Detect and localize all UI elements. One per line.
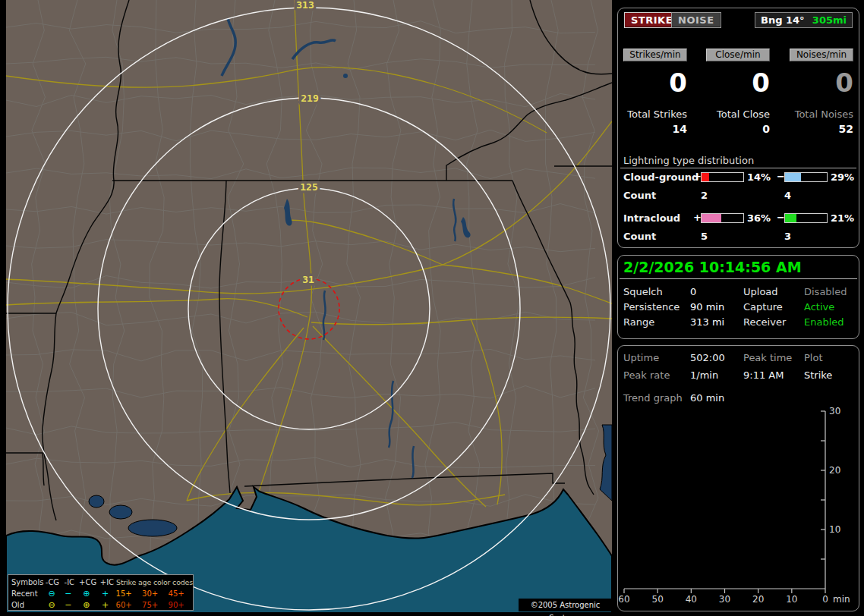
ic-negative-pct: 21% (831, 212, 854, 224)
trend-tick-label: 20 (829, 465, 840, 476)
close-per-min-label: Close/min (706, 49, 770, 61)
peak-time-label: Peak time (743, 352, 792, 363)
cloud-ground-label: Cloud-ground (623, 171, 698, 183)
trend-tick-label: 40 (686, 594, 697, 605)
age-75: 75+ (140, 599, 166, 611)
bearing-value: Bng 14° (761, 14, 805, 26)
divider (620, 278, 857, 279)
bearing-range-value: 305mi (812, 14, 847, 26)
trend-graph-value: 60 min (690, 392, 724, 404)
plus-sign: + (693, 212, 701, 223)
plus-ic-icon: + (96, 588, 115, 599)
ic-positive-bar (701, 213, 744, 223)
bearing-range-display: Bng 14° 305mi (755, 12, 853, 28)
lake (89, 495, 104, 508)
legend-symbols-header: Symbols (11, 577, 44, 588)
cg-negative-pct: 29% (831, 171, 854, 183)
datetime-display: 2/2/2026 10:14:56 AM (623, 259, 802, 275)
ic-positive-count: 5 (701, 231, 708, 242)
strike-stats-panel: STRIKE NOISE Bng 14° 305mi Strikes/min 0… (617, 8, 859, 248)
map-legend: Symbols -CG -IC +CG +IC Strike age color… (8, 574, 194, 611)
trend-tick-label: 20 (752, 594, 764, 605)
legend-recent-row: Recent ⊖ − ⊕ + 15+ 30+ 45+ (11, 588, 193, 599)
trend-tick-label: 10 (786, 594, 797, 605)
squelch-label: Squelch (623, 286, 663, 297)
trend-tick-label: 30 (719, 594, 730, 605)
plus-cg-icon: ⊕ (77, 599, 96, 611)
uptime-trend-panel: Uptime 502:00 Peak time Plot Peak rate 1… (617, 345, 859, 611)
minus-sign: − (777, 212, 784, 223)
legend-col--ic: -IC (61, 577, 77, 588)
total-close-label: Total Close (706, 108, 770, 120)
trend-graph-row: Trend graph 60 min (618, 392, 859, 407)
ring-label-219: 219 (301, 93, 318, 104)
age-30: 30+ (140, 588, 166, 599)
capture-label: Capture (743, 301, 783, 313)
legend-col--cg: -CG (44, 577, 61, 588)
intracloud-row: Intracloud + 36% − 21% (618, 212, 859, 225)
intracloud-count-row: Count 5 3 (618, 231, 859, 243)
status-row-range: Range 313 mi Receiver Enabled (618, 316, 859, 332)
persistence-value: 90 min (690, 301, 724, 313)
trend-tick-label: 0 (822, 594, 828, 605)
cg-positive-pct: 14% (747, 171, 771, 183)
trend-tick-label: 30 (829, 407, 840, 416)
count-label: Count (623, 190, 656, 201)
stats-row-2: Peak rate 1/min 9:11 AM Strike (618, 369, 859, 385)
upload-label: Upload (743, 286, 778, 297)
ic-positive-bar-fill (702, 214, 721, 222)
noises-per-min-value: 0 (790, 69, 853, 96)
age-90: 90+ (167, 599, 193, 611)
age-45: 45+ (167, 588, 193, 599)
noise-toggle-button[interactable]: NOISE (671, 12, 721, 28)
legend-header-row: Symbols -CG -IC +CG +IC Strike age color… (11, 577, 193, 588)
squelch-value: 0 (690, 286, 696, 297)
cg-negative-bar (784, 172, 828, 182)
trend-graph: 1020306050403020100min (618, 407, 859, 608)
ic-positive-pct: 36% (747, 212, 771, 224)
peak-rate-label: Peak rate (623, 369, 670, 381)
total-strikes-label: Total Strikes (623, 108, 687, 120)
river (412, 446, 414, 478)
range-value: 313 mi (690, 316, 724, 328)
total-noises-value: 52 (790, 123, 853, 135)
lake (343, 74, 348, 78)
ic-negative-count: 3 (784, 231, 791, 242)
legend-old-row: Old ⊖ − ⊕ + 60+ 75+ 90+ (11, 599, 193, 611)
map-svg: 313 219 125 31 (6, 0, 612, 613)
ic-negative-bar-fill (785, 214, 796, 222)
total-strikes-value: 14 (623, 123, 687, 135)
legend-col-+ic: +IC (98, 577, 116, 588)
minus-cg-icon: ⊖ (43, 599, 60, 611)
uptime-label: Uptime (623, 352, 659, 363)
peak-rate-value: 1/min (690, 369, 718, 381)
noises-column: Noises/min 0 Total Noises 52 (790, 49, 853, 135)
status-row-squelch: Squelch 0 Upload Disabled (618, 286, 859, 301)
cg-negative-bar-fill (785, 173, 801, 181)
minus-ic-icon: − (60, 588, 77, 599)
close-per-min-value: 0 (706, 69, 770, 96)
legend-age-header: Strike age color codes (116, 577, 193, 588)
upload-status: Disabled (804, 286, 847, 297)
divider (620, 168, 856, 168)
total-noises-label: Total Noises (790, 108, 853, 120)
system-status-panel: 2/2/2026 10:14:56 AM Squelch 0 Upload Di… (617, 255, 859, 339)
receiver-label: Receiver (743, 316, 786, 328)
trend-tick-label: min (833, 594, 850, 605)
ring-label-31: 31 (302, 274, 314, 285)
minus-cg-icon: ⊖ (43, 588, 60, 599)
range-label: Range (623, 316, 654, 328)
ring-label-313: 313 (296, 0, 314, 11)
minus-sign: − (777, 171, 784, 182)
legend-col-+cg: +CG (78, 577, 98, 588)
trend-tick-label: 60 (618, 594, 629, 605)
trend-tick-label: 10 (829, 524, 840, 535)
noises-per-min-label: Noises/min (790, 49, 853, 61)
count-label: Count (623, 231, 656, 242)
age-60: 60+ (115, 599, 140, 611)
total-close-value: 0 (706, 123, 770, 135)
strikes-per-min-label: Strikes/min (623, 49, 687, 61)
distribution-title: Lightning type distribution (623, 155, 754, 166)
persistence-label: Persistence (623, 301, 680, 313)
close-column: Close/min 0 Total Close 0 (706, 49, 770, 135)
